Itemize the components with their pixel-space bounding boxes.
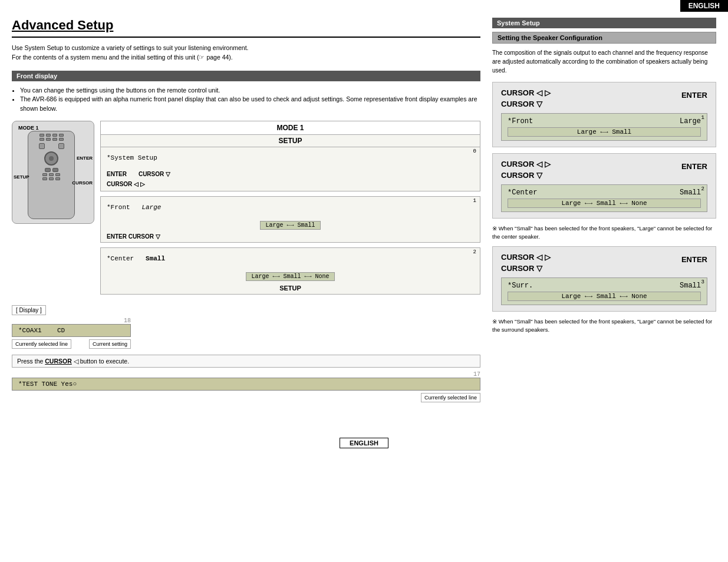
cursor-down-label-2: CURSOR ▽: [501, 171, 551, 180]
lcd-panel-3: *Surr. Small 3 Large ←→ Small ←→ None: [501, 277, 707, 305]
cursor-block-1-left: CURSOR ◁ ▷ CURSOR ▽: [501, 88, 551, 108]
cursor-block-2: CURSOR ◁ ▷ CURSOR ▽ ENTER *Center Small …: [492, 153, 716, 219]
front-display-area: MODE 1: [12, 121, 480, 299]
currently-selected-line-label: Currently selected line: [12, 339, 71, 349]
panel-center-body: *Center Small 2: [101, 248, 480, 269]
enter-label-1: ENTER: [681, 91, 707, 100]
panel-mode1: MODE 1 SETUP *System Setup 0 ENTER CURSO…: [100, 121, 480, 191]
cursor-block-2-nav: CURSOR ◁ ▷ CURSOR ▽ ENTER: [501, 160, 707, 180]
panel-front-options: Large ←→ Small: [260, 221, 320, 230]
lcd-line2-2: Large ←→ Small ←→ None: [508, 199, 701, 208]
block2-note: ※ When "Small" has been selected for the…: [492, 224, 716, 242]
panel-nav-cursor: CURSOR ◁ ▷: [101, 180, 480, 191]
enter-label-remote: ENTER: [77, 156, 93, 161]
lcd-line1-3: *Surr. Small 3: [508, 282, 701, 290]
cursor-down-label-3: CURSOR ▽: [501, 264, 551, 273]
enter-label-3: ENTER: [681, 255, 707, 264]
panel-setup-title: SETUP: [101, 135, 480, 147]
bottom-bar: ENGLISH: [0, 426, 728, 448]
cursor-block-3-nav: CURSOR ◁ ▷ CURSOR ▽ ENTER: [501, 253, 707, 273]
currently-selected-line2-area: Currently selected line: [12, 393, 480, 402]
cursor-label-remote: CURSOR: [72, 180, 93, 186]
test-tone-lcd: *TEST TONE Yes○: [12, 378, 480, 391]
lcd-line1-1: *Front Large 1: [508, 117, 701, 125]
front-display-header: Front display: [12, 71, 480, 81]
left-column: Advanced Setup Use System Setup to custo…: [12, 18, 480, 402]
page-title: Advanced Setup: [12, 18, 480, 33]
current-setting-label: Current setting: [89, 339, 131, 349]
bullet-item-2: The AVR-686 is equipped with an alpha nu…: [20, 95, 480, 114]
panel-center-options: Large ←→ Small ←→ None: [246, 272, 334, 281]
display-label-box: [ Display ]: [12, 305, 46, 315]
display-annotations: Currently selected line Current setting: [12, 339, 131, 349]
cursor-lr-label-1: CURSOR ◁ ▷: [501, 88, 551, 97]
right-intro-text: The composition of the signals output to…: [492, 48, 716, 75]
intro-text: Use System Setup to customize a variety …: [12, 44, 480, 62]
bullet-item-1: You can change the settings using the bu…: [20, 86, 480, 95]
display-section: [ Display ] 18 *COAX1 CD Currently selec…: [12, 305, 480, 402]
lcd-line2-1: Large ←→ Small: [508, 127, 701, 137]
panel-system-setup-body: *System Setup 0: [101, 147, 480, 168]
currently-selected-line2-label: Currently selected line: [421, 393, 480, 402]
press-cursor-note: Press the CURSOR ◁ button to execute.: [12, 355, 480, 368]
cursor-block-3: CURSOR ◁ ▷ CURSOR ▽ ENTER *Surr. Small 3…: [492, 246, 716, 312]
cursor-down-label-1: CURSOR ▽: [501, 100, 551, 108]
footer-english-label: ENGLISH: [340, 438, 388, 448]
lcd-line1-2: *Center Small 2: [508, 189, 701, 197]
cursor-lr-label-2: CURSOR ◁ ▷: [501, 160, 551, 168]
cursor-lr-label-3: CURSOR ◁ ▷: [501, 253, 551, 262]
cursor-block-3-left: CURSOR ◁ ▷ CURSOR ▽: [501, 253, 551, 273]
panel-center-subtitle: SETUP: [101, 282, 480, 294]
panel-front: *Front Large 1 Large ←→ Small ENTER CURS…: [100, 196, 480, 243]
system-setup-header: System Setup: [492, 18, 716, 28]
cursor-block-2-left: CURSOR ◁ ▷ CURSOR ▽: [501, 160, 551, 180]
display-lcd: *COAX1 CD: [12, 324, 131, 337]
panel-front-nav: ENTER CURSOR ▽: [101, 231, 480, 242]
setup-label-remote: SETUP: [14, 174, 29, 180]
cursor-block-1: CURSOR ◁ ▷ CURSOR ▽ ENTER *Front Large 1…: [492, 82, 716, 147]
speaker-config-header: Setting the Speaker Configuration: [492, 32, 716, 44]
display-panels-area: MODE 1 SETUP *System Setup 0 ENTER CURSO…: [100, 121, 480, 299]
panel-center: *Center Small 2 Large ←→ Small ←→ None S…: [100, 247, 480, 295]
panel-mode1-title: MODE 1: [101, 121, 480, 135]
cursor-block-1-nav: CURSOR ◁ ▷ CURSOR ▽ ENTER: [501, 88, 707, 108]
mode1-label: MODE 1: [18, 125, 39, 131]
top-bar-english: ENGLISH: [680, 0, 728, 12]
display-label-area: [ Display ] 18 *COAX1 CD Currently selec…: [12, 305, 480, 349]
enter-label-2: ENTER: [681, 162, 707, 171]
block3-note: ※ When "Small" has been selected for the…: [492, 318, 716, 335]
lcd-panel-1: *Front Large 1 Large ←→ Small: [501, 113, 707, 141]
title-divider: [12, 37, 480, 38]
right-column: System Setup Setting the Speaker Configu…: [492, 18, 716, 402]
remote-diagram: MODE 1: [12, 121, 94, 224]
lcd-line2-3: Large ←→ Small ←→ None: [508, 292, 701, 301]
display-number: 18: [12, 318, 131, 324]
bullet-list: You can change the settings using the bu…: [12, 86, 480, 114]
panel-nav-row: ENTER CURSOR ▽: [101, 168, 480, 180]
panel-front-body: *Front Large 1: [101, 197, 480, 218]
test-tone-number: 17: [12, 371, 480, 378]
test-tone-area: 17 *TEST TONE Yes○ Currently selected li…: [12, 371, 480, 402]
lcd-panel-2: *Center Small 2 Large ←→ Small ←→ None: [501, 184, 707, 212]
